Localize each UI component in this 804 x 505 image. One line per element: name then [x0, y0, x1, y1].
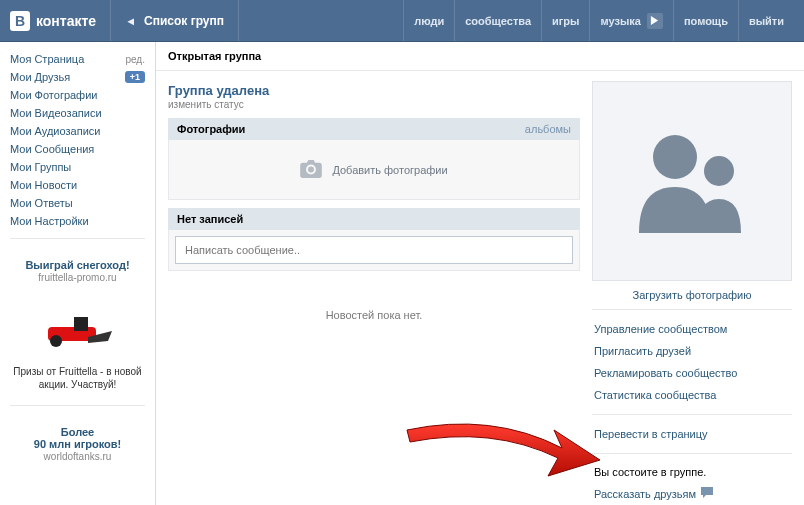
- logo[interactable]: В контакте: [0, 0, 111, 41]
- photos-header: Фотографии альбомы: [168, 118, 580, 140]
- sidebar-item-label: Мои Ответы: [10, 197, 73, 209]
- ad-block-2[interactable]: Более 90 млн игроков! worldoftanks.ru: [0, 414, 155, 462]
- speech-bubble-icon: [701, 487, 713, 500]
- sidebar-item-videos[interactable]: Мои Видеозаписи: [0, 104, 155, 122]
- sidebar-item-messages[interactable]: Мои Сообщения: [0, 140, 155, 158]
- group-name: Группа удалена: [168, 81, 580, 98]
- group-avatar[interactable]: [592, 81, 792, 281]
- albums-link[interactable]: альбомы: [525, 123, 571, 135]
- sidebar-item-label: Мои Группы: [10, 161, 71, 173]
- photos-header-label: Фотографии: [177, 123, 245, 135]
- top-bar: В контакте ◄ Список групп люди сообществ…: [0, 0, 804, 42]
- play-icon[interactable]: [647, 13, 663, 29]
- photos-block: Фотографии альбомы Добавить фотографии: [168, 118, 580, 200]
- ad-title: Более: [10, 426, 145, 438]
- sidebar-item-label: Мои Фотографии: [10, 89, 97, 101]
- add-photos-button[interactable]: Добавить фотографии: [168, 140, 580, 200]
- stats-link[interactable]: Статистика сообщества: [594, 384, 790, 406]
- convert-section: Перевести в страницу: [592, 415, 792, 454]
- nav-communities[interactable]: сообщества: [454, 0, 541, 41]
- sidebar-item-groups[interactable]: Мои Группы: [0, 158, 155, 176]
- tell-friends-label: Рассказать друзьям: [594, 488, 696, 500]
- breadcrumb-back[interactable]: ◄ Список групп: [111, 0, 239, 41]
- nav-logout[interactable]: выйти: [738, 0, 794, 41]
- ad-image: [33, 289, 123, 359]
- ad-domain: worldoftanks.ru: [10, 451, 145, 462]
- ad-domain: fruittella-promo.ru: [10, 272, 145, 283]
- sidebar-friends-badge: +1: [125, 71, 145, 83]
- sidebar-item-label: Мои Видеозаписи: [10, 107, 102, 119]
- nav-music-label: музыка: [600, 15, 640, 27]
- advertise-link[interactable]: Рекламировать сообщество: [594, 362, 790, 384]
- top-links: люди сообщества игры музыка помощь выйти: [403, 0, 794, 41]
- ad-text: Призы от Fruittella - в новой акции. Уча…: [10, 365, 145, 391]
- logo-icon: В: [10, 11, 30, 31]
- sidebar-item-answers[interactable]: Мои Ответы: [0, 194, 155, 212]
- content-left: Группа удалена изменить статус Фотографи…: [168, 81, 580, 505]
- sidebar-item-settings[interactable]: Мои Настройки: [0, 212, 155, 230]
- svg-point-3: [653, 135, 697, 179]
- edit-status-link[interactable]: изменить статус: [168, 99, 244, 110]
- sidebar-item-label: Мои Сообщения: [10, 143, 94, 155]
- wall-header: Нет записей: [168, 208, 580, 230]
- manage-section: Управление сообществом Пригласить друзей…: [592, 310, 792, 415]
- add-photos-label: Добавить фотографии: [332, 164, 447, 176]
- nav-help[interactable]: помощь: [673, 0, 738, 41]
- sidebar-item-label: Моя Страница: [10, 53, 84, 65]
- ad-subtitle: 90 млн игроков!: [10, 438, 145, 450]
- ad-block-1[interactable]: Выиграй снегоход! fruittella-promo.ru Пр…: [0, 247, 155, 397]
- ad-title: Выиграй снегоход!: [10, 259, 145, 271]
- invite-friends-link[interactable]: Пригласить друзей: [594, 340, 790, 362]
- nav-people[interactable]: люди: [403, 0, 454, 41]
- breadcrumb-label: Список групп: [144, 14, 224, 28]
- sidebar-divider: [10, 238, 145, 239]
- content-right: Загрузить фотографию Управление сообщест…: [592, 81, 792, 505]
- nav-games[interactable]: игры: [541, 0, 589, 41]
- upload-photo-link[interactable]: Загрузить фотографию: [592, 281, 792, 310]
- manage-community-link[interactable]: Управление сообществом: [594, 318, 790, 340]
- sidebar-item-label: Мои Друзья: [10, 71, 70, 83]
- sidebar-item-news[interactable]: Мои Новости: [0, 176, 155, 194]
- page-title: Открытая группа: [156, 42, 804, 71]
- svg-point-4: [704, 156, 734, 186]
- logo-text: контакте: [36, 13, 96, 29]
- wall-empty-text: Новостей пока нет.: [168, 279, 580, 351]
- tell-friends-link[interactable]: Рассказать друзьям: [594, 482, 713, 505]
- sidebar-divider: [10, 405, 145, 406]
- wall-compose-input[interactable]: Написать сообщение..: [175, 236, 573, 264]
- main-area: Открытая группа Группа удалена изменить …: [155, 42, 804, 505]
- group-avatar-icon: [627, 125, 757, 237]
- nav-music[interactable]: музыка: [589, 0, 672, 41]
- svg-rect-2: [74, 317, 88, 331]
- sidebar-edit-tag[interactable]: ред.: [125, 54, 145, 65]
- wall-block: Нет записей Написать сообщение..: [168, 208, 580, 271]
- sidebar-item-label: Мои Новости: [10, 179, 77, 191]
- camera-icon: [300, 160, 322, 180]
- convert-page-link[interactable]: Перевести в страницу: [594, 423, 790, 445]
- sidebar-item-label: Мои Аудиозаписи: [10, 125, 100, 137]
- chevron-left-icon: ◄: [125, 15, 136, 27]
- sidebar-item-mypage[interactable]: Моя Страница ред.: [0, 50, 155, 68]
- sidebar-item-label: Мои Настройки: [10, 215, 89, 227]
- sidebar-item-friends[interactable]: Мои Друзья +1: [0, 68, 155, 86]
- member-status-text: Вы состоите в группе.: [594, 462, 790, 482]
- svg-point-1: [50, 335, 62, 347]
- wall-header-label: Нет записей: [177, 213, 243, 225]
- sidebar: Моя Страница ред. Мои Друзья +1 Мои Фото…: [0, 42, 155, 505]
- sidebar-item-photos[interactable]: Мои Фотографии: [0, 86, 155, 104]
- membership-section: Вы состоите в группе. Рассказать друзьям…: [592, 454, 792, 505]
- sidebar-item-audio[interactable]: Мои Аудиозаписи: [0, 122, 155, 140]
